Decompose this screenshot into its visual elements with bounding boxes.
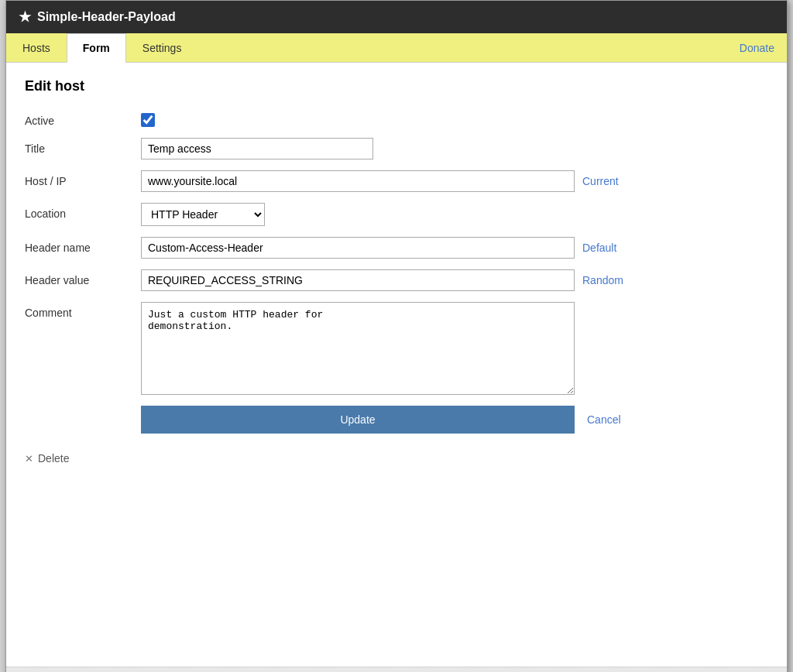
- footer: Version 0.0.0.7 - Documentation: [6, 667, 787, 672]
- random-link[interactable]: Random: [582, 274, 623, 286]
- update-button[interactable]: Update: [141, 406, 575, 434]
- title-input[interactable]: [141, 138, 373, 159]
- host-ip-row: Host / IP Current: [25, 170, 768, 192]
- comment-textarea[interactable]: Just a custom HTTP header for demonstrat…: [141, 302, 575, 395]
- header-name-control: Default: [141, 237, 768, 259]
- delete-row[interactable]: ✕ Delete: [25, 449, 768, 468]
- header-name-label: Header name: [25, 237, 141, 254]
- tab-bar: Hosts Form Settings Donate: [6, 33, 787, 63]
- location-label: Location: [25, 203, 141, 220]
- active-checkbox[interactable]: [141, 113, 155, 127]
- active-label: Active: [25, 110, 141, 127]
- title-bar: ★ Simple-Header-Payload: [6, 1, 787, 33]
- host-ip-input[interactable]: [141, 170, 575, 192]
- comment-control: Just a custom HTTP header for demonstrat…: [141, 302, 768, 395]
- header-value-input[interactable]: [141, 269, 575, 291]
- title-label: Title: [25, 138, 141, 155]
- comment-row: Comment Just a custom HTTP header for de…: [25, 302, 768, 395]
- title-row: Title: [25, 138, 768, 159]
- host-ip-label: Host / IP: [25, 170, 141, 187]
- delete-label: Delete: [38, 452, 69, 465]
- current-link[interactable]: Current: [582, 175, 619, 187]
- default-link[interactable]: Default: [582, 242, 616, 254]
- tab-settings[interactable]: Settings: [126, 33, 198, 63]
- header-name-input[interactable]: [141, 237, 575, 259]
- buttons-row: Update Cancel: [141, 406, 768, 434]
- donate-link[interactable]: Donate: [727, 34, 787, 62]
- header-value-control: Random: [141, 269, 768, 291]
- location-row: Location HTTP HeaderQuery StringCookie: [25, 203, 768, 226]
- app-title: Simple-Header-Payload: [37, 10, 176, 24]
- active-row: Active: [25, 110, 768, 127]
- active-control: [141, 110, 768, 127]
- star-icon: ★: [19, 9, 31, 26]
- delete-x-icon: ✕: [25, 453, 33, 465]
- header-value-label: Header value: [25, 269, 141, 286]
- header-value-row: Header value Random: [25, 269, 768, 291]
- page-title: Edit host: [25, 78, 768, 94]
- comment-label: Comment: [25, 302, 141, 319]
- location-control: HTTP HeaderQuery StringCookie: [141, 203, 768, 226]
- tab-hosts[interactable]: Hosts: [6, 33, 67, 63]
- title-control: [141, 138, 768, 159]
- tab-form[interactable]: Form: [67, 33, 126, 63]
- location-select[interactable]: HTTP HeaderQuery StringCookie: [141, 203, 265, 226]
- content-area: Edit host Active Title Host / IP Current: [6, 63, 787, 667]
- cancel-button[interactable]: Cancel: [582, 413, 626, 426]
- header-name-row: Header name Default: [25, 237, 768, 259]
- host-ip-control: Current: [141, 170, 768, 192]
